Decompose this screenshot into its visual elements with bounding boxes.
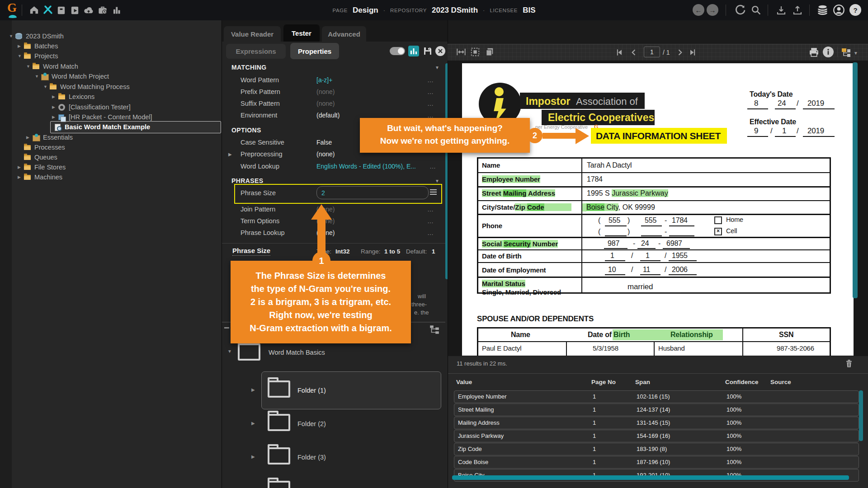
tree-item-basic-word-match-example[interactable]: Basic Word Match Example (54, 122, 150, 132)
batch-folder-label[interactable]: Folder (3) (297, 454, 326, 461)
tree-item-file-stores[interactable]: ▶File Stores (18, 162, 66, 172)
close-icon[interactable] (435, 46, 445, 56)
prop-value-suffix-pattern[interactable]: (none) (316, 100, 335, 107)
result-row[interactable]: Employee Number 1 102-116 (15) 100% (454, 390, 859, 403)
section-phrases[interactable]: PHRASES (231, 177, 263, 184)
collapse-icon[interactable]: ▼ (35, 74, 41, 79)
refresh-icon[interactable] (735, 5, 746, 16)
user-icon[interactable] (833, 4, 845, 16)
prop-value-prefix-pattern[interactable]: (none) (316, 88, 335, 95)
prop-value-environment[interactable]: (default) (316, 112, 340, 119)
batch-tree-view-icon[interactable] (429, 324, 440, 335)
info-icon[interactable] (823, 47, 834, 57)
tree-item-queues[interactable]: Queues (18, 152, 57, 162)
section-matching[interactable]: MATCHING (231, 64, 267, 71)
section-collapse-icon[interactable]: ▼ (435, 178, 439, 183)
collapse-handle[interactable] (224, 327, 229, 328)
result-row[interactable]: Jurassic Parkway 1 154-169 (16) 100% (454, 430, 859, 442)
prop-value-preprocessing[interactable]: (none) (316, 150, 335, 158)
subtab-properties[interactable]: Properties (290, 43, 339, 59)
copy-pages-icon[interactable] (485, 47, 495, 57)
result-row[interactable]: Code Boise 1 187-196 (10) 100% (454, 456, 859, 469)
page-value[interactable]: Design (353, 6, 378, 15)
col-header-value[interactable]: Value (456, 379, 472, 385)
ellipsis-button[interactable]: … (427, 229, 434, 236)
print-icon[interactable] (808, 47, 820, 58)
expand-icon[interactable]: ▶ (18, 165, 24, 169)
toggle-switch[interactable] (390, 47, 405, 55)
collapse-icon[interactable]: ▼ (9, 34, 15, 38)
select-region-icon[interactable] (470, 47, 480, 57)
ellipsis-button[interactable]: … (429, 163, 436, 170)
upload-icon[interactable] (792, 5, 803, 16)
prop-value-case-sensitive[interactable]: False (316, 139, 332, 146)
menu-icon[interactable] (430, 189, 437, 190)
ellipsis-button[interactable]: … (427, 206, 434, 213)
section-collapse-icon[interactable]: ▼ (435, 65, 439, 70)
expand-icon[interactable]: ▶ (251, 387, 255, 392)
batch-folder-label[interactable]: Folder (1) (297, 387, 326, 394)
document-scrollbar[interactable] (853, 62, 858, 298)
help-icon[interactable]: ? (849, 4, 861, 16)
ellipsis-button[interactable]: … (427, 76, 434, 84)
repository-value[interactable]: 2023 DSmith (432, 6, 478, 15)
page-number-input[interactable] (644, 47, 660, 57)
result-row[interactable]: Street Mailing 1 124-137 (14) 100% (454, 404, 859, 416)
view-mode-icon[interactable] (841, 47, 852, 60)
col-header-span[interactable]: Span (635, 379, 650, 385)
view-mode-dropdown-icon[interactable]: ▼ (854, 51, 858, 56)
search-icon[interactable] (750, 5, 762, 16)
expand-icon[interactable]: ▶ (52, 115, 58, 119)
col-header-source[interactable]: Source (770, 379, 791, 385)
col-header-confidence[interactable]: Confidence (725, 379, 759, 385)
database-icon[interactable] (816, 4, 829, 16)
expand-icon[interactable]: ▶ (251, 421, 255, 426)
next-page-button[interactable] (675, 48, 684, 57)
tree-item-word-matching-process[interactable]: ▼Word Matching Process (43, 82, 130, 92)
prev-page-button[interactable] (629, 48, 638, 57)
phrase-size-input[interactable] (316, 186, 429, 199)
collapse-icon[interactable]: ▼ (18, 54, 24, 58)
batch-folder-label[interactable]: Folder (2) (297, 420, 326, 427)
tree-item-repository[interactable]: ▼2023 DSmith (9, 31, 64, 41)
prop-value-word-lookup[interactable]: English Words - Edited (100%), E... (316, 163, 416, 170)
prop-value-word-pattern[interactable]: [a-z]+ (316, 76, 332, 84)
tab-tester[interactable]: Tester (283, 24, 320, 42)
results-vertical-scrollbar[interactable] (859, 390, 863, 441)
expand-icon[interactable]: ▶ (228, 152, 232, 157)
collapse-icon[interactable]: ▼ (227, 349, 232, 354)
tab-value-reader[interactable]: Value Reader (224, 26, 281, 42)
subtab-expressions[interactable]: Expressions (226, 44, 286, 59)
section-options[interactable]: OPTIONS (231, 127, 261, 134)
back-button[interactable]: ← (693, 4, 704, 16)
tree-item-essentials[interactable]: ▶Essentials (26, 132, 73, 142)
diagnostics-chart-icon[interactable] (408, 46, 419, 56)
ellipsis-button[interactable]: … (427, 100, 434, 107)
forward-button[interactable]: → (707, 4, 718, 16)
tree-item-classification-tester[interactable]: ▶[Classification Tester] (52, 102, 131, 112)
expand-icon[interactable]: ▶ (18, 44, 24, 48)
result-row[interactable]: Mailing Address 1 131-145 (15) 100% (454, 417, 859, 429)
expand-icon[interactable]: ▶ (52, 94, 58, 99)
tree-item-word-match[interactable]: ▼Word Match (26, 61, 78, 71)
collapse-icon[interactable]: ▼ (43, 84, 50, 89)
last-page-button[interactable] (688, 48, 697, 57)
batch-root-label[interactable]: Word Match Basics (269, 349, 325, 356)
download-icon[interactable] (776, 5, 787, 16)
collapse-icon[interactable]: ▼ (26, 64, 33, 69)
result-row[interactable]: Zip Code 1 183-190 (8) 100% (454, 443, 859, 455)
save-icon[interactable] (422, 46, 433, 56)
clear-results-icon[interactable] (844, 358, 854, 369)
fit-width-icon[interactable] (456, 47, 467, 57)
tree-item-lexicons[interactable]: ▶Lexicons (52, 92, 94, 102)
first-page-button[interactable] (615, 48, 624, 57)
expand-icon[interactable]: ▶ (251, 454, 255, 459)
col-header-page-no[interactable]: Page No (591, 379, 616, 385)
tree-item-batches[interactable]: ▶Batches (18, 41, 58, 51)
expand-icon[interactable]: ▶ (18, 175, 24, 179)
expand-icon[interactable]: ▶ (26, 135, 33, 140)
ellipsis-button[interactable]: … (427, 88, 434, 95)
tree-item-hr-packet-content-model[interactable]: ▶[HR Packet - Content Model] (52, 112, 152, 122)
results-horizontal-scrollbar[interactable] (452, 475, 849, 480)
tab-advanced[interactable]: Advanced (322, 26, 366, 42)
